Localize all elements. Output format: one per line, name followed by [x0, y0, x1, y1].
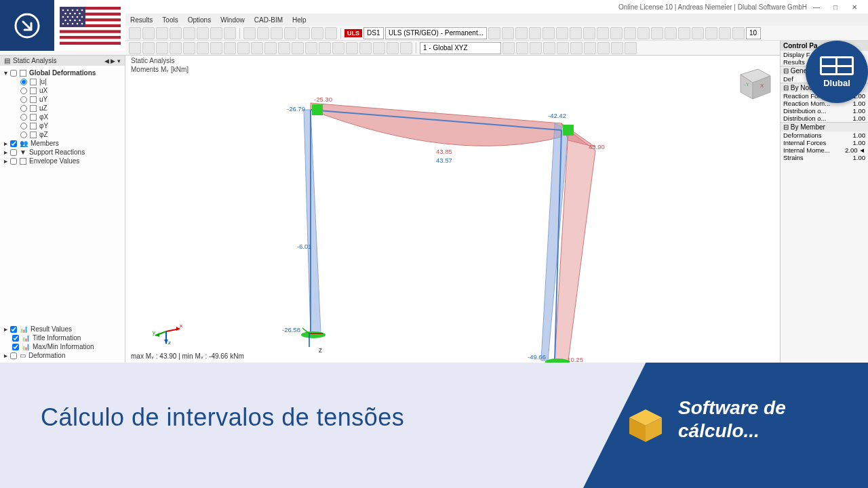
tool-icon[interactable] [543, 42, 555, 54]
tool-icon[interactable] [530, 42, 542, 54]
tool-icon[interactable] [502, 42, 515, 54]
tool-icon[interactable] [373, 42, 385, 54]
tool-icon[interactable] [665, 27, 677, 39]
tool-icon[interactable] [251, 42, 263, 54]
ctrl-reaction-mom[interactable]: Reaction Mom...1.00 [781, 100, 868, 107]
tool-icon[interactable] [556, 27, 568, 39]
ctrl-dist-2[interactable]: Distribution o...1.00 [781, 115, 868, 122]
tree-pz[interactable]: φZ [4, 130, 121, 139]
tool-icon[interactable] [183, 42, 195, 54]
tool-icon[interactable] [243, 27, 256, 39]
ctrl-dist-1[interactable]: Distribution o...1.00 [781, 107, 868, 115]
maximize-button[interactable]: □ [826, 3, 845, 11]
tool-icon[interactable] [332, 42, 344, 54]
radio[interactable] [20, 114, 27, 121]
tree-support[interactable]: ▸ ▼ Support Reactions [4, 148, 121, 157]
checkbox[interactable] [12, 344, 19, 350]
viewport-3d[interactable]: Static Analysis Moments Mᵧ [kNm] -26.79 … [125, 56, 780, 363]
tool-icon[interactable] [597, 27, 609, 39]
menu-options[interactable]: Options [186, 16, 212, 24]
menu-cadbim[interactable]: CAD-BIM [253, 16, 284, 24]
navigation-cube[interactable]: -Y X [732, 62, 773, 103]
tree-uy[interactable]: uY [4, 95, 121, 104]
tool-icon[interactable] [129, 27, 141, 39]
menu-window[interactable]: Window [219, 16, 246, 24]
checkbox[interactable] [10, 158, 17, 165]
tool-icon[interactable] [529, 27, 541, 39]
tool-icon[interactable] [611, 42, 623, 54]
tool-icon[interactable] [224, 27, 236, 39]
menu-help[interactable]: Help [291, 16, 308, 24]
tool-icon[interactable] [264, 42, 277, 54]
tree-result-values[interactable]: ▸ 📊 Result Values [4, 325, 121, 333]
coord-dropdown[interactable]: 1 - Global XYZ [420, 42, 501, 54]
tool-icon[interactable] [570, 42, 583, 54]
tool-icon[interactable] [400, 42, 412, 54]
combo-dropdown[interactable]: ULS (STR/GEO) - Permanent... [385, 27, 487, 39]
minimize-button[interactable]: — [807, 3, 826, 11]
tool-icon[interactable] [197, 27, 209, 39]
tool-icon[interactable] [170, 27, 182, 39]
tool-icon[interactable] [516, 42, 528, 54]
tool-icon[interactable] [156, 27, 168, 39]
checkbox[interactable] [10, 140, 17, 147]
ctrl-internal-forces[interactable]: Internal Forces1.00 [781, 139, 868, 146]
tree-uz[interactable]: uZ [4, 104, 121, 113]
menu-results[interactable]: Results [129, 16, 154, 24]
tool-icon[interactable] [625, 42, 637, 54]
tool-icon[interactable] [237, 42, 250, 54]
checkbox[interactable] [10, 352, 17, 359]
tool-icon[interactable] [387, 42, 399, 54]
tool-icon[interactable] [298, 27, 310, 39]
tool-icon[interactable] [557, 42, 569, 54]
radio[interactable] [20, 87, 27, 94]
tool-icon[interactable] [502, 27, 514, 39]
tool-icon[interactable] [346, 42, 358, 54]
ctrl-internal-moments[interactable]: Internal Mome...2.00◄ [781, 146, 868, 154]
tool-icon[interactable] [359, 42, 372, 54]
tool-icon[interactable] [271, 27, 283, 39]
tool-icon[interactable] [284, 27, 296, 39]
tree-u[interactable]: |u| [4, 77, 121, 86]
menu-tools[interactable]: Tools [161, 16, 179, 24]
tool-icon[interactable] [129, 42, 141, 54]
ctrl-strains[interactable]: Strains1.00 [781, 154, 868, 161]
ctrl-sec-bymember[interactable]: ⊟ By Member [781, 122, 868, 131]
tool-icon[interactable] [210, 27, 222, 39]
tool-icon[interactable] [142, 42, 155, 54]
tool-icon[interactable] [156, 42, 168, 54]
tool-icon[interactable] [610, 27, 623, 39]
tool-icon[interactable] [278, 42, 290, 54]
tree-global-deformations[interactable]: ▾ Global Deformations [4, 68, 121, 77]
tool-icon[interactable] [325, 27, 337, 39]
tool-icon[interactable] [583, 27, 595, 39]
tool-icon[interactable] [678, 27, 690, 39]
checkbox[interactable] [12, 335, 19, 342]
tool-icon[interactable] [705, 27, 717, 39]
radio[interactable] [20, 131, 27, 138]
tool-icon[interactable] [488, 27, 500, 39]
tool-icon[interactable] [170, 42, 182, 54]
tool-icon[interactable] [624, 27, 636, 39]
ds-dropdown[interactable]: DS1 [363, 27, 384, 39]
tree-members[interactable]: ▸ 👥 Members [4, 139, 121, 148]
tool-icon[interactable] [692, 27, 704, 39]
tool-icon[interactable] [224, 42, 236, 54]
nav-arrows[interactable]: ◀ ▶ ▾ [104, 58, 121, 64]
tool-icon[interactable] [305, 42, 317, 54]
tool-icon[interactable] [257, 27, 269, 39]
tool-icon[interactable] [311, 27, 323, 39]
tool-icon[interactable] [570, 27, 582, 39]
tool-icon[interactable] [732, 27, 745, 39]
ctrl-deformations[interactable]: Deformations1.00 [781, 131, 868, 139]
tree-envelope[interactable]: ▸ Envelope Values [4, 157, 121, 165]
tool-icon[interactable] [292, 42, 304, 54]
tool-icon[interactable] [584, 42, 596, 54]
tool-icon[interactable] [542, 27, 555, 39]
radio[interactable] [20, 79, 27, 85]
checkbox[interactable] [10, 326, 17, 333]
tree-title-info[interactable]: 📊 Title Information [4, 333, 121, 342]
tree-maxmin[interactable]: 📊 Max/Min Information [4, 342, 121, 351]
close-button[interactable]: ✕ [845, 3, 864, 11]
num-dropdown[interactable]: 10 [746, 27, 761, 39]
